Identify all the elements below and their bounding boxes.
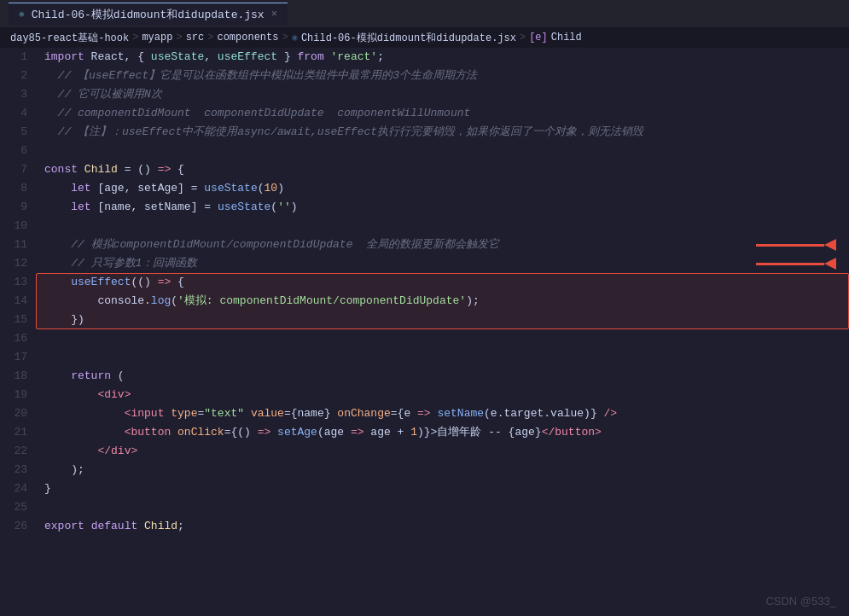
tab-label: Child-06-模拟didmount和didupdate.jsx — [32, 7, 265, 22]
breadcrumb-symbol-icon: [e] — [529, 32, 548, 44]
line-num-10: 10 — [0, 217, 27, 235]
code-line-26: export default Child ; — [44, 517, 849, 536]
code-line-24: } — [44, 479, 849, 498]
line-num-8: 8 — [0, 179, 27, 198]
watermark: CSDN @533_ — [765, 595, 836, 607]
code-line-12: // 只写参数1：回调函数 — [44, 254, 849, 273]
breadcrumb-sep-4: > — [282, 32, 288, 44]
line-num-16: 16 — [0, 329, 27, 348]
code-line-4: // componentDidMount componentDidUpdate … — [44, 104, 849, 123]
code-line-22: </div> — [44, 442, 849, 461]
breadcrumb-sep-5: > — [520, 32, 526, 44]
line-num-6: 6 — [0, 142, 27, 160]
code-line-11: // 模拟componentDidMount/componentDidUpdat… — [44, 235, 849, 254]
line-num-9: 9 — [0, 198, 27, 217]
code-line-18: return ( — [44, 367, 849, 386]
title-bar: ⚛ Child-06-模拟didmount和didupdate.jsx × — [0, 0, 849, 27]
breadcrumb-part-3: src — [186, 32, 205, 44]
line-num-20: 20 — [0, 404, 27, 423]
code-line-23: ); — [44, 461, 849, 479]
line-num-2: 2 — [0, 67, 27, 85]
line-num-26: 26 — [0, 517, 27, 536]
code-line-9: let [ name , setName ] = useState ( '' ) — [44, 198, 849, 217]
code-line-14: console . log ( '模拟: componentDidMount/c… — [44, 292, 849, 311]
breadcrumb-sep-1: > — [132, 32, 138, 44]
code-line-17 — [44, 348, 849, 367]
line-num-1: 1 — [0, 48, 27, 67]
line-num-7: 7 — [0, 160, 27, 179]
code-line-7: const Child = () => { — [44, 160, 849, 179]
line-num-5: 5 — [0, 123, 27, 142]
line-num-23: 23 — [0, 461, 27, 479]
line-numbers: 1 2 3 4 5 6 7 8 9 10 11 12 13 14 15 16 1… — [0, 48, 36, 616]
line-num-22: 22 — [0, 442, 27, 461]
tab-close-icon[interactable]: × — [271, 9, 277, 20]
line-num-12: 12 — [0, 254, 27, 273]
line-num-4: 4 — [0, 104, 27, 123]
breadcrumb-part-2: myapp — [142, 32, 172, 44]
code-line-15: }) — [44, 311, 849, 329]
code-line-6 — [44, 142, 849, 160]
line-num-17: 17 — [0, 348, 27, 367]
arrow-annotation-2 — [756, 258, 836, 270]
code-line-21: <button onClick ={() => setAge ( age => … — [44, 423, 849, 442]
code-line-5: // 【注】：useEffect中不能使用async/await,useEffe… — [44, 123, 849, 142]
code-line-1: import React, { useState , useEffect } f… — [44, 48, 849, 67]
code-line-16 — [44, 329, 849, 348]
breadcrumb: day85-react基础-hook > myapp > src > compo… — [0, 27, 849, 48]
line-num-13: 13 — [0, 273, 27, 292]
breadcrumb-part-4: components — [217, 32, 278, 44]
code-line-3: // 它可以被调用N次 — [44, 85, 849, 104]
arrow-head-1 — [824, 239, 836, 251]
arrow-body-2 — [756, 263, 824, 265]
code-line-10 — [44, 217, 849, 235]
line-num-25: 25 — [0, 498, 27, 517]
arrow-head-2 — [824, 258, 836, 270]
code-area: import React, { useState , useEffect } f… — [36, 48, 849, 616]
editor: 1 2 3 4 5 6 7 8 9 10 11 12 13 14 15 16 1… — [0, 48, 849, 616]
line-num-21: 21 — [0, 423, 27, 442]
breadcrumb-sep-3: > — [207, 32, 213, 44]
code-line-13: useEffect (() => { — [44, 273, 849, 292]
editor-tab[interactable]: ⚛ Child-06-模拟didmount和didupdate.jsx × — [9, 3, 288, 26]
breadcrumb-part-5: Child-06-模拟didmount和didupdate.jsx — [301, 31, 516, 45]
line-num-24: 24 — [0, 479, 27, 498]
react-file-icon: ⚛ — [19, 9, 25, 20]
code-line-20: <input type = "text" value ={ name } onC… — [44, 404, 849, 423]
line-num-15: 15 — [0, 311, 27, 329]
arrow-annotation-1 — [756, 239, 836, 251]
code-line-2: // 【useEffect】它是可以在函数组件中模拟出类组件中最常用的3个生命周… — [44, 67, 849, 85]
code-line-25 — [44, 498, 849, 517]
breadcrumb-sep-2: > — [176, 32, 182, 44]
line-num-11: 11 — [0, 235, 27, 254]
line-num-18: 18 — [0, 367, 27, 386]
code-line-8: let [ age , setAge ] = useState ( 10 ) — [44, 179, 849, 198]
line-num-3: 3 — [0, 85, 27, 104]
breadcrumb-part-6: Child — [551, 32, 582, 44]
breadcrumb-part-1: day85-react基础-hook — [10, 31, 129, 45]
line-num-19: 19 — [0, 386, 27, 404]
line-num-14: 14 — [0, 292, 27, 311]
arrow-body-1 — [756, 244, 824, 247]
breadcrumb-react-icon: ⚛ — [292, 32, 298, 44]
code-line-19: <div> — [44, 386, 849, 404]
